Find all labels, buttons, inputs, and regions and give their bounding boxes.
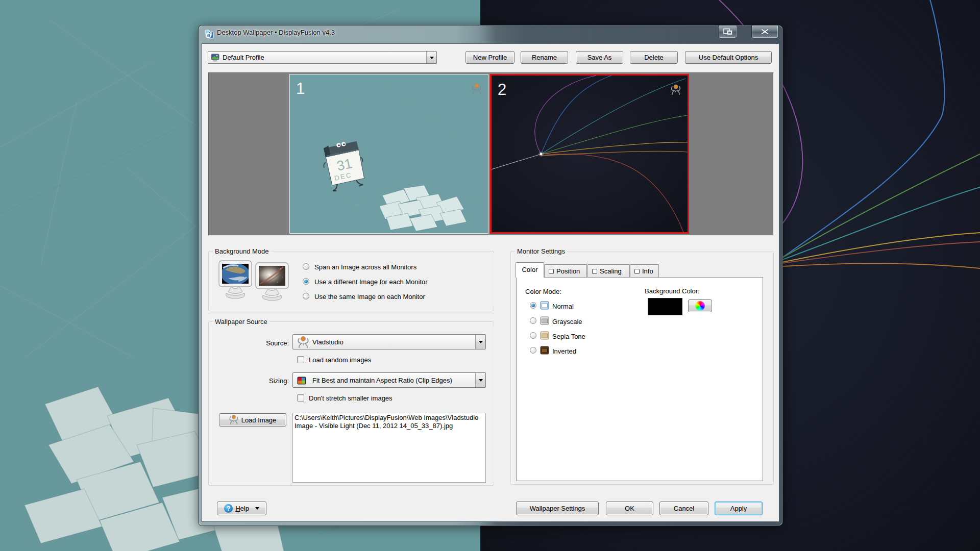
svg-text:2: 2: [498, 81, 506, 98]
svg-text:1: 1: [296, 80, 305, 97]
